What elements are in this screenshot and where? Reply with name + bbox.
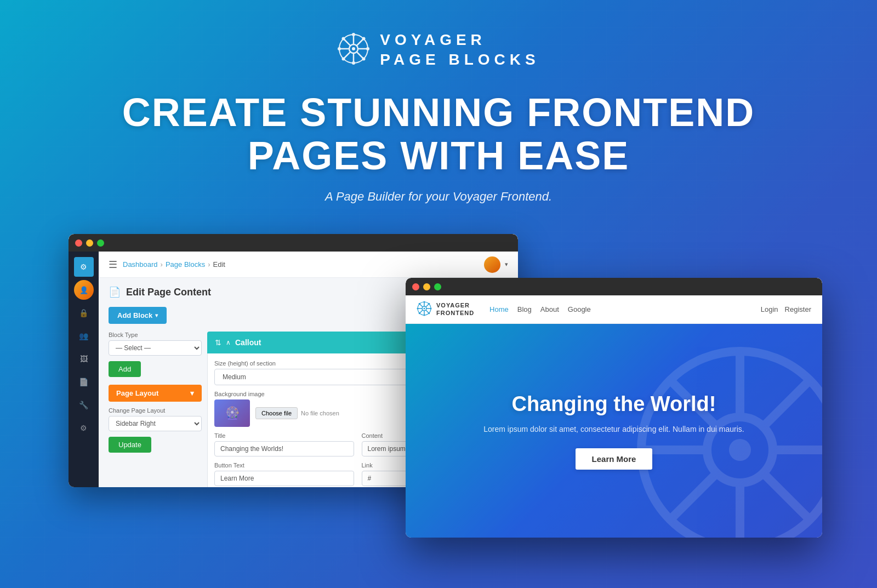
svg-line-46 [763, 473, 810, 520]
file-input-group: Choose file No file chosen [255, 407, 339, 419]
frontend-screenshot: VOYAGERFRONTEND Home Blog About Google L… [406, 278, 822, 538]
topbar-avatar[interactable] [484, 256, 500, 273]
hero-headline: CREATE STUNNING FRONTEND PAGES WITH EASE [122, 91, 755, 178]
frontend-body-text: Lorem ipsum dolor sit amet, consectetur … [483, 424, 744, 435]
svg-point-1 [352, 47, 355, 50]
window-titlebar [69, 234, 518, 252]
nav-link-google[interactable]: Google [568, 305, 591, 313]
frontend-headline: Changing the World! [483, 392, 744, 416]
topbar-dropdown[interactable]: ▾ [505, 261, 508, 268]
frontend-hero: Changing the World! Lorem ipsum dolor si… [406, 324, 822, 538]
sidebar-item-1[interactable]: 🔒 [74, 303, 94, 323]
add-block-button[interactable]: Add Block ▾ [109, 307, 167, 324]
btn-text-col: Button Text [214, 462, 354, 486]
frontend-logo-text: VOYAGERFRONTEND [436, 302, 474, 316]
breadcrumb-sep-2: › [208, 260, 210, 269]
btn-text-input[interactable] [214, 471, 354, 486]
page-icon: 📄 [109, 286, 121, 298]
change-layout-group: Change Page Layout Sidebar Right [109, 407, 202, 431]
minimize-dot[interactable] [86, 239, 93, 247]
svg-line-26 [426, 310, 429, 313]
svg-line-47 [763, 380, 810, 427]
sidebar-avatar[interactable]: 👤 [74, 280, 94, 300]
svg-line-9 [344, 52, 350, 59]
change-layout-select[interactable]: Sidebar Right [109, 416, 202, 431]
logo-area: VOYAGER PAGE BLOCKS [337, 30, 539, 70]
block-type-select[interactable]: — Select — [109, 340, 202, 356]
file-name-text: No file chosen [301, 410, 339, 416]
reorder-icon[interactable]: ⇅ [215, 338, 221, 347]
maximize-dot[interactable] [97, 239, 104, 247]
brand-name: VOYAGER PAGE BLOCKS [380, 30, 539, 70]
breadcrumb: Dashboard › Page Blocks › Edit [123, 260, 225, 269]
nav-link-home[interactable]: Home [489, 305, 509, 313]
svg-line-8 [357, 39, 363, 45]
frontend-logo: VOYAGERFRONTEND [417, 301, 474, 318]
chevron-down-icon: ▾ [155, 312, 158, 318]
nav-login[interactable]: Login [761, 305, 778, 313]
ship-wheel-icon [337, 32, 370, 67]
svg-line-28 [420, 310, 423, 313]
close-dot[interactable] [75, 239, 82, 247]
frontend-maximize-dot[interactable] [434, 283, 441, 290]
frontend-ship-icon [417, 301, 432, 318]
title-input[interactable] [214, 441, 354, 456]
block-type-group: Block Type — Select — [109, 332, 202, 356]
breadcrumb-home[interactable]: Dashboard [123, 260, 158, 269]
menu-icon[interactable]: ☰ [109, 259, 117, 271]
hero-section: VOYAGER PAGE BLOCKS CREATE STUNNING FRON… [0, 0, 877, 519]
update-button[interactable]: Update [109, 437, 151, 453]
svg-line-27 [426, 304, 429, 307]
sidebar-item-3[interactable]: 🖼 [74, 349, 94, 369]
admin-topbar: ☰ Dashboard › Page Blocks › Edit ▾ [99, 252, 518, 278]
page-title: Edit Page Content [126, 287, 211, 298]
block-type-label: Block Type [109, 332, 202, 338]
callout-title: Callout [235, 338, 261, 347]
topbar-right: ▾ [484, 256, 508, 273]
page-layout-button[interactable]: Page Layout ▾ [109, 385, 202, 402]
svg-line-25 [420, 304, 423, 307]
title-label: Title [214, 432, 354, 439]
chevron-down-icon: ▾ [190, 389, 194, 397]
sidebar-item-5[interactable]: 🔧 [74, 395, 94, 415]
callout-chevron-icon[interactable]: ∧ [226, 339, 231, 346]
change-layout-label: Change Page Layout [109, 407, 202, 414]
nav-link-blog[interactable]: Blog [517, 305, 532, 313]
title-col: Title [214, 432, 354, 456]
breadcrumb-current: Edit [213, 260, 225, 269]
add-green-button[interactable]: Add [109, 361, 141, 377]
frontend-titlebar [406, 278, 822, 295]
btn-text-label: Button Text [214, 462, 354, 469]
nav-links: Home Blog About Google [489, 305, 591, 313]
sidebar-item-4[interactable]: 📄 [74, 372, 94, 392]
svg-line-6 [344, 39, 350, 45]
choose-file-button[interactable]: Choose file [255, 407, 298, 419]
nav-right: Login Register [761, 305, 811, 313]
frontend-hero-content: Changing the World! Lorem ipsum dolor si… [483, 392, 744, 470]
frontend-close-dot[interactable] [412, 283, 419, 290]
sidebar-item-6[interactable]: ⚙ [74, 418, 94, 438]
sidebar-item-home[interactable]: ⚙ [74, 257, 94, 277]
image-thumbnail [214, 399, 250, 427]
learn-more-button[interactable]: Learn More [576, 448, 653, 470]
breadcrumb-sep-1: › [161, 260, 163, 269]
breadcrumb-section[interactable]: Page Blocks [166, 260, 205, 269]
svg-line-7 [357, 52, 363, 59]
sidebar-item-2[interactable]: 👥 [74, 326, 94, 346]
frontend-minimize-dot[interactable] [423, 283, 430, 290]
svg-point-20 [424, 308, 425, 310]
nav-link-about[interactable]: About [540, 305, 559, 313]
nav-register[interactable]: Register [785, 305, 811, 313]
frontend-nav: VOYAGERFRONTEND Home Blog About Google L… [406, 295, 822, 324]
admin-sidebar: ⚙ 👤 🔒 👥 🖼 📄 🔧 ⚙ [69, 252, 99, 487]
left-panel: Block Type — Select — Add Page Layout ▾ [109, 332, 202, 487]
screenshots-container: ⚙ 👤 🔒 👥 🖼 📄 🔧 ⚙ ☰ Dashboard [55, 234, 822, 519]
hero-subtitle: A Page Builder for your Voyager Frontend… [325, 190, 552, 204]
svg-line-48 [670, 473, 717, 520]
